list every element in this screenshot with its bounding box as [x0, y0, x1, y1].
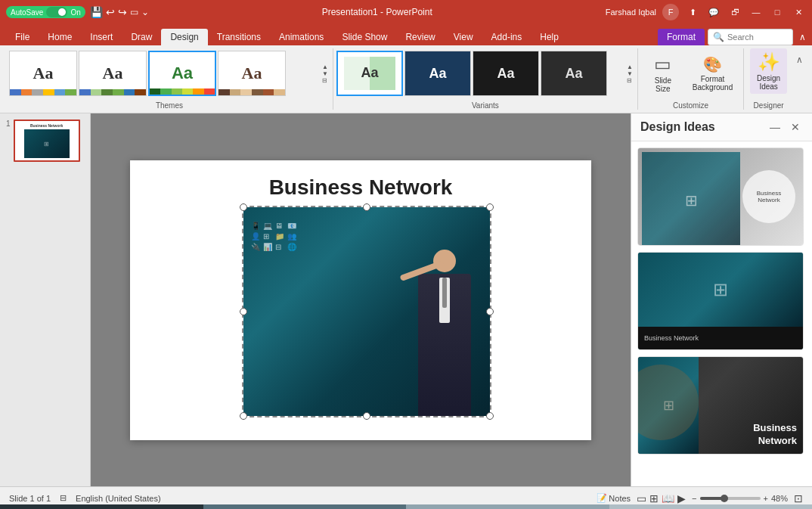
zoom-out-button[interactable]: − — [692, 494, 696, 503]
ribbon-collapse-icon[interactable]: ∧ — [799, 32, 806, 42]
slide-thumbnail[interactable]: Business Network ⊞ — [14, 119, 80, 162]
idea-bg-3: ⊞ BusinessNetwork — [638, 357, 803, 454]
variants-scroll-up[interactable]: ▲ — [627, 64, 633, 70]
handle-bc[interactable] — [363, 412, 370, 420]
presenter-view-button[interactable]: ▶ — [677, 492, 686, 504]
fit-to-window-button[interactable]: ⊡ — [794, 492, 803, 504]
title-bar-left: AutoSave On 💾 ↩ ↪ ▭ ⌄ — [6, 6, 149, 18]
save-icon[interactable]: 💾 — [90, 6, 103, 18]
minimize-button[interactable]: — — [748, 5, 764, 20]
tab-animations[interactable]: Animations — [270, 29, 333, 45]
handle-tc[interactable] — [363, 203, 370, 211]
variant-item-4[interactable]: Aa — [541, 51, 607, 96]
design-idea-item-1[interactable]: ⊞ BusinessNetwork — [637, 147, 804, 246]
idea-text-3: BusinessNetwork — [753, 422, 797, 448]
designer-group: ✨ Design Ideas Designer — [744, 48, 793, 110]
slide-sorter-button[interactable]: ⊞ — [649, 492, 659, 504]
idea-bg-2: ⊞ Business Network — [638, 253, 803, 349]
tab-file[interactable]: File — [6, 29, 39, 45]
search-input[interactable] — [727, 33, 788, 42]
theme-item-4[interactable]: Aa — [218, 51, 286, 96]
comments-icon[interactable]: 💬 — [706, 5, 721, 20]
variants-scroll-down[interactable]: ▼ — [627, 70, 633, 77]
tab-design[interactable]: Design — [161, 29, 207, 45]
accessibility-icon[interactable]: ⊟ — [60, 493, 67, 503]
notes-button[interactable]: 📝 Notes — [597, 493, 631, 503]
handle-mr[interactable] — [486, 308, 494, 315]
variant-item-2[interactable]: Aa — [404, 51, 471, 96]
quick-access-toolbar: 💾 ↩ ↪ ▭ ⌄ — [90, 6, 149, 18]
tab-format[interactable]: Format — [658, 29, 705, 45]
slide-panel: 1 Business Network ⊞ — [0, 113, 91, 486]
undo-icon[interactable]: ↩ — [106, 6, 115, 18]
notes-label: Notes — [609, 494, 631, 503]
tab-addins[interactable]: Add-ins — [482, 29, 532, 45]
tab-slideshow[interactable]: Slide Show — [333, 29, 396, 45]
handle-ml[interactable] — [240, 308, 247, 315]
panel-minimize-button[interactable]: — — [767, 119, 783, 135]
handle-tr[interactable] — [486, 203, 494, 211]
window-title-text: Presentation1 - PowerPoint — [322, 7, 432, 17]
restore-icon[interactable]: 🗗 — [727, 5, 742, 20]
main-area: 1 Business Network ⊞ Business Network — [0, 113, 812, 486]
autosave-toggle[interactable] — [46, 7, 67, 17]
customize-qat-icon[interactable]: ⌄ — [141, 7, 149, 17]
ribbon-tab-right: Format 🔍 ∧ — [658, 29, 806, 45]
tab-draw[interactable]: Draw — [122, 29, 161, 45]
tab-insert[interactable]: Insert — [81, 29, 122, 45]
zoom-level: 48% — [771, 494, 788, 503]
slide-image-container[interactable]: 📱💻🖥📧 👤⊞📁👥 🔌📊⊟🌐 — [242, 206, 491, 417]
panel-close-button[interactable]: ✕ — [788, 119, 803, 135]
tab-review[interactable]: Review — [396, 29, 444, 45]
slide-size-label: SlideSize — [655, 76, 671, 93]
idea-bg-1: ⊞ BusinessNetwork — [638, 148, 803, 245]
reading-view-button[interactable]: 📖 — [662, 492, 674, 504]
slide-size-button[interactable]: ▭ SlideSize — [644, 51, 682, 96]
format-background-button[interactable]: 🎨 Format Background — [688, 52, 737, 95]
customize-group-label: Customize — [673, 98, 708, 110]
ribbon-content: Aa Aa — [0, 45, 812, 113]
handle-br[interactable] — [486, 412, 494, 420]
idea-circle-1: BusinessNetwork — [742, 170, 795, 223]
close-button[interactable]: ✕ — [791, 5, 806, 20]
share-icon[interactable]: ⬆ — [685, 5, 700, 20]
ribbon-collapse-button[interactable]: ∧ — [793, 51, 806, 68]
normal-view-button[interactable]: ▭ — [637, 492, 646, 504]
themes-group: Aa Aa — [6, 48, 333, 110]
user-name: Farshad Iqbal — [606, 8, 656, 17]
theme-item-2[interactable]: Aa — [79, 51, 147, 96]
themes-more[interactable]: ⊟ — [322, 77, 328, 84]
zoom-controls: − + 48% — [692, 494, 788, 503]
zoom-in-button[interactable]: + — [764, 494, 768, 503]
variant-item-3[interactable]: Aa — [473, 51, 539, 96]
avatar-icon[interactable]: F — [662, 4, 679, 20]
autosave-state: On — [70, 8, 80, 17]
autosave-badge[interactable]: AutoSave On — [6, 6, 85, 18]
maximize-button[interactable]: □ — [770, 5, 785, 20]
handle-tl[interactable] — [240, 203, 247, 211]
window-title: Presentation1 - PowerPoint — [149, 7, 606, 17]
zoom-slider[interactable] — [700, 497, 761, 500]
design-ideas-button[interactable]: ✨ Design Ideas — [750, 48, 787, 94]
themes-scroll-up[interactable]: ▲ — [322, 64, 328, 70]
variants-more[interactable]: ⊟ — [627, 77, 633, 84]
slide-canvas[interactable]: Business Network 📱💻🖥📧 👤⊞📁👥 🔌📊⊟🌐 — [130, 160, 591, 440]
theme-item-active[interactable]: Aa — [148, 51, 216, 96]
tab-view[interactable]: View — [445, 29, 482, 45]
themes-scroll-arrows: ▲ ▼ ⊟ — [321, 64, 330, 84]
slide-number: 1 — [6, 119, 11, 128]
tab-home[interactable]: Home — [39, 29, 81, 45]
present-icon[interactable]: ▭ — [130, 7, 138, 17]
tab-transitions[interactable]: Transitions — [208, 29, 270, 45]
handle-bl[interactable] — [240, 412, 247, 420]
design-ideas-label: Design Ideas — [756, 74, 781, 91]
slide-size-icon: ▭ — [654, 54, 671, 75]
design-ideas-icon: ✨ — [758, 51, 780, 73]
design-idea-item-3[interactable]: ⊞ BusinessNetwork — [637, 356, 804, 455]
redo-icon[interactable]: ↪ — [118, 6, 127, 18]
design-idea-item-2[interactable]: ⊞ Business Network — [637, 252, 804, 350]
tab-help[interactable]: Help — [531, 29, 568, 45]
theme-item-office[interactable]: Aa — [9, 51, 77, 96]
themes-scroll-down[interactable]: ▼ — [322, 70, 328, 77]
variant-item-1[interactable]: Aa — [336, 51, 403, 96]
